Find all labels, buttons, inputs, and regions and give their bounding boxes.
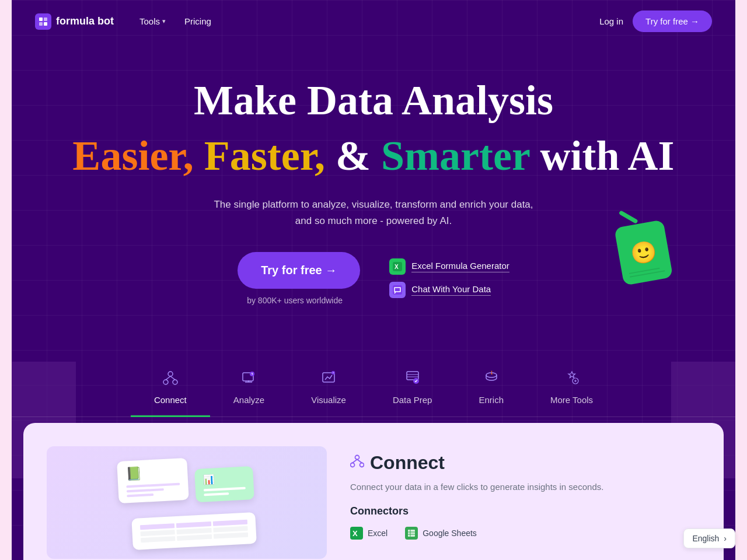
hero-amp: & [336,132,381,179]
pricing-nav-link[interactable]: Pricing [176,12,219,31]
chat-icon [389,282,406,298]
tab-more-tools[interactable]: More Tools [527,358,616,416]
svg-rect-30 [408,530,415,537]
hero-word-easier: Easier, [72,132,193,179]
excel-formula-link[interactable]: X Excel Formula Generator [389,258,509,275]
nav-right: Log in Try for free → [599,10,712,32]
chat-data-link[interactable]: Chat With Your Data [389,282,509,298]
connectors-label: Connectors [350,505,700,517]
svg-point-22 [355,456,359,460]
tab-analyze[interactable]: Analyze [210,358,288,416]
connect-header: Connect [350,452,700,474]
tab-visualize[interactable]: Visualize [288,358,369,416]
svg-rect-3 [44,22,47,26]
language-selector[interactable]: English › [683,528,735,548]
connect-section: 📗 📊 [23,423,724,560]
tab-connect[interactable]: Connect [131,358,210,416]
connect-content: Connect Connect your data in a few click… [350,446,700,559]
svg-point-9 [173,380,177,384]
svg-line-10 [166,376,170,380]
hero-word-faster: Faster, [204,132,325,179]
tab-data-prep[interactable]: Data Prep [369,358,456,416]
cta-left: Try for free → by 800K+ users worldwide [238,252,360,305]
tab-connect-label: Connect [154,395,187,405]
logo[interactable]: formula bot [35,13,114,30]
hero-title-line1: Make Data Analysis [35,78,712,124]
mascot: 🙂 [619,222,689,298]
connect-illustration: 📗 📊 [47,446,327,559]
connector-excel[interactable]: X Excel [350,527,388,540]
hero-description: The single platform to analyze, visualiz… [210,197,537,228]
language-label: English [692,534,719,543]
cta-area: Try for free → by 800K+ users worldwide … [35,252,712,305]
excel-connector-icon: X [350,527,363,540]
tab-more-tools-label: More Tools [550,395,593,405]
tab-visualize-label: Visualize [311,395,346,405]
quick-links: X Excel Formula Generator Chat With Your… [389,258,509,298]
svg-rect-0 [39,18,43,21]
excel-formula-label: Excel Formula Generator [411,261,509,272]
chevron-right-icon: › [724,534,727,543]
svg-point-7 [168,372,173,376]
analyze-tab-icon [240,369,257,389]
connector-google-sheets[interactable]: Google Sheets [405,527,477,540]
connector-items: X Excel Google [350,527,700,540]
nav-try-free-button[interactable]: Try for free → [633,10,712,32]
connect-tab-icon [162,369,179,389]
tools-nav-link[interactable]: Tools ▾ [131,12,174,31]
tab-data-prep-label: Data Prep [393,395,432,405]
chevron-down-icon: ▾ [162,18,166,25]
hero-word-smarter: Smarter [381,132,530,179]
tools-tabs: Connect Analyze [12,358,735,417]
navbar: formula bot Tools ▾ Pricing Log in Try f… [12,0,735,43]
connect-description: Connect your data in a few clicks to gen… [350,481,700,494]
hero-with-ai: with AI [540,132,675,179]
tab-enrich-label: Enrich [479,395,504,405]
svg-rect-1 [44,18,47,21]
svg-text:X: X [352,529,358,538]
logo-icon [35,13,51,30]
more-tools-tab-icon [564,369,580,389]
svg-point-24 [360,463,364,467]
svg-point-8 [163,380,168,384]
data-prep-tab-icon [404,369,421,389]
logo-text: formula bot [56,15,114,27]
svg-text:X: X [395,264,399,270]
hero-subtitle: Easier, Faster, & Smarter with AI [35,133,712,179]
login-link[interactable]: Log in [599,16,623,26]
svg-point-23 [351,463,355,467]
svg-line-11 [170,376,175,380]
google-sheets-icon [405,527,418,540]
main-container: formula bot Tools ▾ Pricing Log in Try f… [12,0,735,560]
chat-data-label: Chat With Your Data [411,284,491,296]
tab-enrich[interactable]: Enrich [455,358,527,416]
excel-connector-label: Excel [368,528,388,538]
svg-line-26 [357,460,362,463]
visualize-tab-icon [320,369,337,389]
connect-section-icon [350,454,364,471]
excel-icon: X [389,258,406,275]
users-text: by 800K+ users worldwide [247,296,343,305]
svg-rect-2 [39,22,43,26]
nav-links: Tools ▾ Pricing [131,12,599,31]
google-sheets-label: Google Sheets [423,528,477,538]
connect-title: Connect [370,452,445,474]
enrich-tab-icon [483,369,500,389]
svg-line-25 [352,460,357,463]
hero-try-free-button[interactable]: Try for free → [238,252,360,289]
tab-analyze-label: Analyze [233,395,264,405]
